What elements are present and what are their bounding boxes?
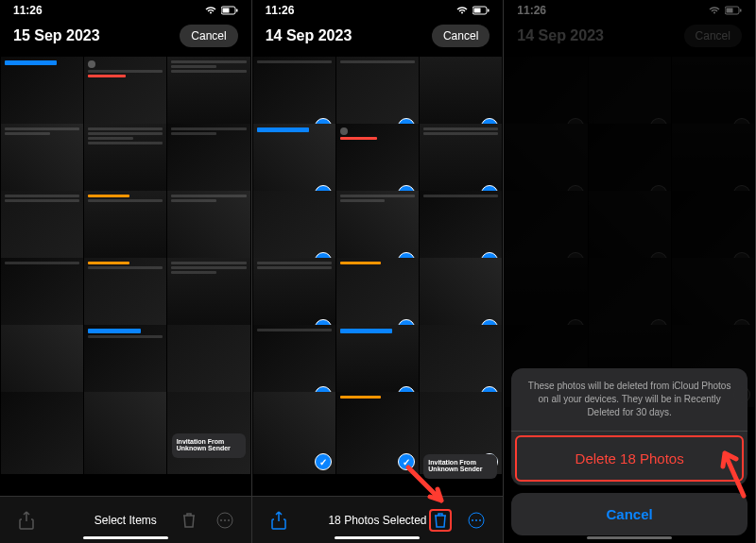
more-button[interactable] <box>465 509 488 532</box>
share-button <box>15 509 38 532</box>
check-icon <box>315 453 332 470</box>
home-indicator <box>83 536 168 539</box>
battery-icon <box>472 6 490 15</box>
invitation-title: Invitation From Unknown Sender <box>177 438 241 451</box>
status-icons <box>204 6 238 15</box>
trash-icon <box>433 512 448 529</box>
status-bar: 11:26 <box>252 0 504 19</box>
photo-thumbnail[interactable] <box>84 392 166 474</box>
photo-grid <box>252 57 504 458</box>
photo-thumbnail[interactable] <box>1 392 83 474</box>
status-time: 11:26 <box>266 4 295 17</box>
svg-rect-9 <box>488 9 490 12</box>
sheet-message: These photos will be deleted from iCloud… <box>511 368 747 432</box>
svg-rect-8 <box>474 8 481 13</box>
header: 15 Sep 2023 Cancel <box>0 19 251 57</box>
svg-point-4 <box>220 519 222 521</box>
cancel-button[interactable]: Cancel <box>432 25 490 47</box>
sheet-cancel-button[interactable]: Cancel <box>511 493 747 535</box>
date-title: 14 Sep 2023 <box>266 27 352 44</box>
screen-select-mode: 11:26 15 Sep 2023 Cancel Invitation From… <box>0 0 252 543</box>
screen-selected: 11:26 14 Sep 2023 Cancel Invitation From… <box>252 0 505 543</box>
svg-point-6 <box>228 519 230 521</box>
more-button <box>214 509 236 532</box>
svg-rect-1 <box>222 8 229 13</box>
svg-point-12 <box>475 519 477 521</box>
trash-button[interactable] <box>429 509 452 532</box>
home-indicator <box>335 536 420 539</box>
share-icon <box>18 511 35 530</box>
action-sheet: These photos will be deleted from iCloud… <box>511 368 747 535</box>
trash-button <box>178 509 200 532</box>
bottom-label: Select Items <box>94 514 157 527</box>
invitation-card: Invitation From Unknown Sender <box>172 433 246 458</box>
wifi-icon <box>204 6 217 15</box>
svg-point-5 <box>224 519 226 521</box>
share-button[interactable] <box>267 509 290 532</box>
status-icons <box>455 6 490 15</box>
bottom-label: 18 Photos Selected <box>328 514 426 527</box>
cancel-button[interactable]: Cancel <box>180 25 237 47</box>
svg-point-13 <box>479 519 481 521</box>
ellipsis-icon <box>216 512 233 529</box>
screen-delete-confirm: 11:26 14 Sep 2023 Cancel These photos wi… <box>504 0 756 543</box>
wifi-icon <box>455 6 469 15</box>
svg-point-11 <box>472 519 473 521</box>
header: 14 Sep 2023 Cancel <box>252 19 504 57</box>
status-bar: 11:26 <box>0 0 251 19</box>
svg-rect-2 <box>236 9 238 12</box>
share-icon <box>270 511 287 530</box>
date-title: 15 Sep 2023 <box>13 27 100 44</box>
ellipsis-icon <box>468 512 485 529</box>
delete-photos-button[interactable]: Delete 18 Photos <box>515 435 744 482</box>
status-time: 11:26 <box>13 4 43 17</box>
photo-grid <box>0 57 251 458</box>
annotation-arrow <box>715 444 753 501</box>
trash-icon <box>181 512 197 529</box>
photo-thumbnail-selected[interactable] <box>253 392 335 474</box>
annotation-arrow <box>404 463 451 510</box>
battery-icon <box>221 6 238 15</box>
